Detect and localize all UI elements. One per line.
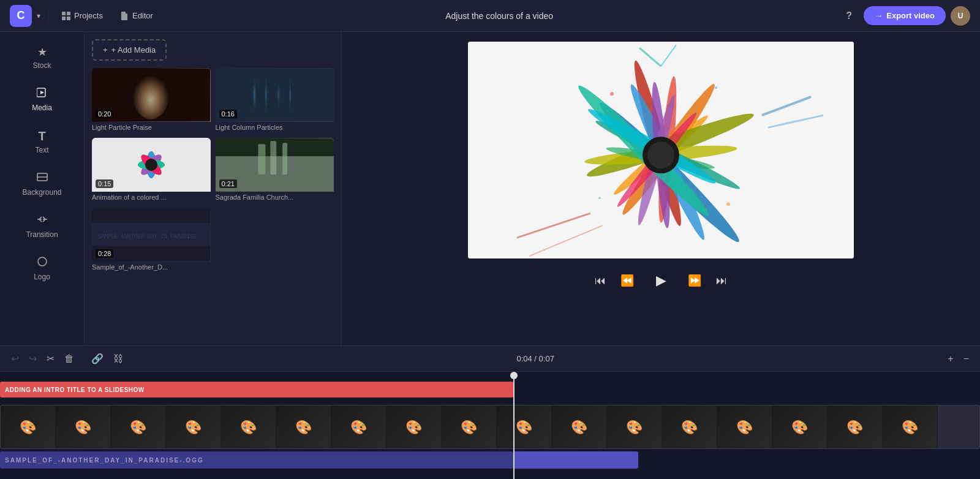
nav-divider-1 [48, 9, 48, 23]
sidebar-item-transition[interactable]: Transition [4, 206, 80, 246]
page-title: Adjust the colours of a video [164, 11, 834, 21]
video-frames: 🎨 🎨 🎨 🎨 🎨 🎨 🎨 🎨 🎨 🎨 🎨 🎨 🎨 🎨 🎨 🎨 [1, 405, 979, 448]
skip-to-start-button[interactable]: ⏮ [595, 274, 606, 287]
video-track-row: 🎨 🎨 🎨 🎨 🎨 🎨 🎨 🎨 🎨 🎨 🎨 🎨 🎨 🎨 🎨 🎨 [0, 405, 980, 449]
media-item-3[interactable]: 0:15 Animation of a colored ... [92, 138, 211, 203]
delete-button[interactable]: 🗑 [61, 351, 78, 367]
zoom-in-button[interactable]: + [944, 351, 957, 367]
add-media-plus-icon: + [103, 45, 108, 55]
video-track[interactable]: 🎨 🎨 🎨 🎨 🎨 🎨 🎨 🎨 🎨 🎨 🎨 🎨 🎨 🎨 🎨 🎨 [0, 405, 980, 449]
rewind-button[interactable]: ⏪ [620, 274, 634, 287]
background-icon [37, 172, 48, 186]
nav-projects[interactable]: Projects [56, 7, 109, 24]
text-icon: T [38, 129, 45, 143]
svg-rect-13 [276, 77, 281, 113]
play-button[interactable]: ▶ [649, 268, 673, 293]
preview-area: ⏮ ⏪ ▶ ⏩ ⏭ [342, 32, 980, 345]
thumb-3-duration: 0:15 [96, 179, 113, 188]
svg-rect-28 [270, 141, 276, 175]
transition-icon [37, 214, 48, 228]
nav-editor-label: Editor [132, 11, 153, 20]
svg-point-51 [610, 92, 614, 96]
svg-rect-27 [258, 144, 265, 175]
audio-track[interactable]: SAMPLE_OF_-ANOTHER_DAY_IN_PARADISE-.OGG [0, 451, 513, 469]
logo-letter: C [17, 9, 25, 22]
video-frame-13: 🎨 [662, 405, 717, 449]
title-track[interactable]: ADDING AN INTRO TITLE TO A SLIDESHOW [0, 382, 513, 398]
video-frame-16: 🎨 [827, 405, 883, 449]
video-frame-3: 🎨 [111, 405, 166, 449]
cut-button[interactable]: ✂ [43, 350, 58, 367]
avatar[interactable]: U [951, 6, 970, 26]
export-button[interactable]: → Export video [864, 6, 946, 25]
add-media-button[interactable]: + + Add Media [92, 39, 167, 61]
zoom-controls: + − [944, 351, 973, 367]
sidebar-item-logo[interactable]: Logo [4, 249, 80, 289]
stock-icon: ★ [37, 45, 47, 59]
media-item-2[interactable]: 0:16 Light Column Particles [216, 68, 334, 133]
export-label: Export video [886, 11, 935, 20]
nav-editor[interactable]: Editor [114, 7, 159, 24]
title-track-row: ADDING AN INTRO TITLE TO A SLIDESHOW [0, 377, 980, 402]
sidebar-item-background[interactable]: Background [4, 164, 80, 204]
thumb-5-duration: 0:28 [96, 249, 113, 258]
svg-point-7 [38, 257, 47, 266]
sidebar-background-label: Background [22, 188, 61, 197]
sidebar-item-stock[interactable]: ★ Stock [4, 38, 80, 77]
sidebar-item-text[interactable]: T Text [4, 122, 80, 162]
top-nav: C ▾ Projects Editor Adjust the colours o… [0, 0, 980, 32]
playback-controls: ⏮ ⏪ ▶ ⏩ ⏭ [595, 268, 727, 293]
audio-label: SAMPLE_OF_-ANOTHER_DAY_IN_PARADISE-.OGG [5, 457, 204, 464]
video-frame-14: 🎨 [717, 405, 772, 449]
timeline-toolbar: ↩ ↪ ✂ 🗑 🔗 ⛓ 0:04 / 0:07 + − [0, 346, 980, 372]
svg-point-52 [715, 86, 717, 89]
media-item-1[interactable]: 0:20 Light Particle Praise [92, 68, 211, 133]
skip-to-end-button[interactable]: ⏭ [716, 274, 727, 287]
help-button[interactable]: ? [839, 6, 859, 26]
svg-rect-29 [282, 143, 287, 175]
thumb-4-duration: 0:21 [219, 179, 237, 188]
media-item-4[interactable]: 0:21 Sagrada Familia Church... [216, 138, 334, 203]
timeline-content: ADDING AN INTRO TITLE TO A SLIDESHOW 🎨 🎨… [0, 372, 980, 479]
video-frame-2: 🎨 [56, 405, 111, 449]
logo-chevron[interactable]: ▾ [37, 12, 40, 20]
grid-icon [62, 12, 70, 20]
svg-rect-1 [67, 12, 70, 15]
add-media-label: + Add Media [111, 45, 156, 55]
svg-rect-14 [288, 73, 292, 116]
video-frame-6: 🎨 [276, 405, 331, 449]
video-frame-4: 🎨 [166, 405, 221, 449]
attach-button[interactable]: 🔗 [88, 350, 107, 367]
zoom-out-button[interactable]: − [960, 351, 973, 367]
media-grid: 0:20 Light Particle Praise 0:16 Light Co… [92, 68, 334, 273]
fast-forward-button[interactable]: ⏩ [688, 274, 701, 287]
sidebar-item-media[interactable]: Media [4, 80, 80, 119]
thumb-1-duration: 0:20 [96, 110, 113, 118]
thumb-2-label: Light Column Particles [216, 122, 334, 133]
media-panel: + + Add Media 0:20 Light Particle Praise… [85, 32, 342, 345]
detach-button[interactable]: ⛓ [110, 351, 127, 367]
playhead-circle [510, 372, 518, 379]
video-frame-12: 🎨 [607, 405, 662, 449]
export-arrow-icon: → [875, 11, 883, 20]
video-frame-5: 🎨 [221, 405, 276, 449]
sidebar-text-label: Text [35, 146, 48, 154]
thumb-5-label: Sample_of_-Another_D... [92, 262, 211, 273]
redo-button[interactable]: ↪ [25, 350, 40, 367]
svg-point-54 [598, 197, 601, 199]
undo-button[interactable]: ↩ [7, 350, 23, 367]
video-frame-8: 🎨 [386, 405, 442, 449]
audio-track-row: SAMPLE_OF_-ANOTHER_DAY_IN_PARADISE-.OGG [0, 451, 980, 469]
video-frame-10: 🎨 [497, 405, 552, 449]
svg-rect-12 [264, 71, 268, 118]
main-area: ★ Stock Media T Text Background Transiti… [0, 32, 980, 345]
svg-rect-11 [252, 74, 257, 115]
logo-button[interactable]: C [10, 5, 32, 27]
media-item-5[interactable]: SAMPLE ANOTHER DAY IN PARADISE 0:28 Samp… [92, 208, 211, 273]
video-preview [468, 42, 854, 258]
video-frame-17: 🎨 [883, 405, 938, 449]
timeline-playhead [513, 372, 514, 479]
timeline-area: ↩ ↪ ✂ 🗑 🔗 ⛓ 0:04 / 0:07 + − ADDING AN IN… [0, 345, 980, 479]
svg-point-9 [132, 70, 169, 119]
thumb-2-duration: 0:16 [219, 110, 237, 118]
